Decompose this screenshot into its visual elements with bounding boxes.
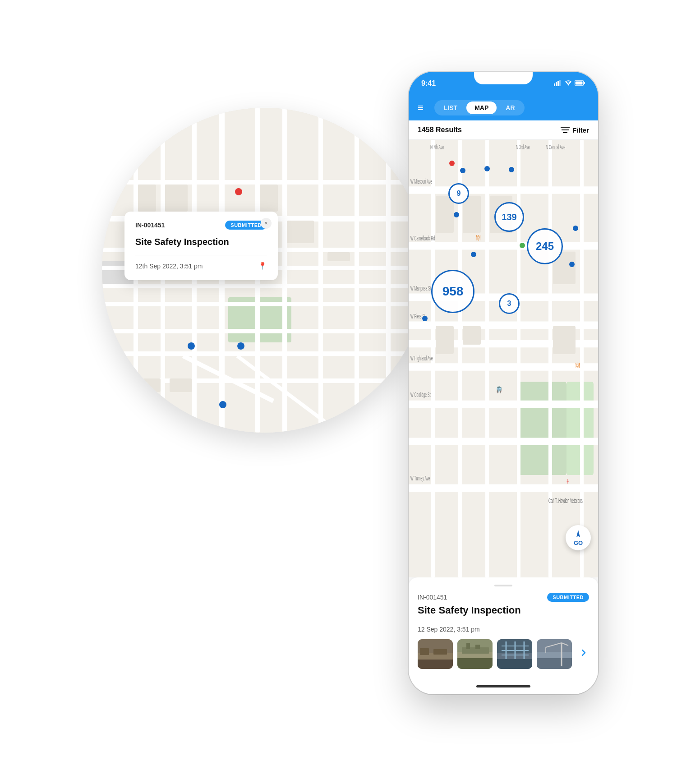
tab-map[interactable]: MAP	[466, 101, 497, 114]
phone-map-dot-7	[471, 252, 476, 257]
phone-notch	[474, 72, 533, 84]
hamburger-icon[interactable]: ≡	[418, 102, 424, 114]
map-popup: IN-001451 SUBMITTED × Site Safety Inspec…	[124, 212, 278, 280]
svg-rect-17	[282, 108, 287, 433]
wifi-icon	[565, 80, 572, 87]
map-popup-title: Site Safety Inspection	[135, 236, 267, 248]
panel-divider	[418, 621, 589, 621]
panel-image-2[interactable]	[457, 639, 493, 669]
map-dot-blue-4	[219, 401, 226, 408]
go-button[interactable]: GO	[566, 525, 591, 550]
svg-rect-3	[102, 180, 427, 185]
svg-text:🍽: 🍽	[476, 233, 480, 242]
svg-rect-51	[409, 401, 598, 408]
results-bar: 1458 Results Filter	[409, 120, 598, 140]
map-popup-close-button[interactable]: ×	[261, 218, 272, 229]
svg-rect-26	[260, 185, 278, 212]
svg-text:W Camelback Rd: W Camelback Rd	[410, 235, 435, 241]
svg-rect-56	[485, 140, 489, 577]
panel-image-4[interactable]	[537, 639, 572, 669]
svg-rect-66	[553, 326, 576, 354]
phone-map-dot-6	[569, 262, 575, 267]
svg-rect-23	[138, 185, 156, 212]
svg-rect-53	[409, 484, 598, 492]
cluster-245[interactable]: 245	[527, 228, 563, 264]
status-time: 9:41	[421, 79, 436, 88]
battery-icon	[575, 80, 585, 87]
map-popup-date-row: 12th Sep 2022, 3:51 pm 📍	[135, 262, 267, 270]
svg-rect-88	[457, 656, 493, 669]
panel-image-1[interactable]	[418, 639, 453, 669]
tab-list[interactable]: LIST	[436, 101, 465, 114]
phone-home-indicator	[409, 678, 598, 694]
phone-map-dot-green	[520, 243, 525, 248]
panel-drag-handle[interactable]	[494, 585, 512, 586]
panel-images	[418, 639, 589, 669]
svg-rect-94	[497, 658, 532, 669]
svg-rect-55	[458, 140, 462, 577]
svg-text:W Coolidge St: W Coolidge St	[410, 391, 431, 398]
svg-text:+: +	[566, 476, 569, 486]
svg-rect-24	[165, 185, 188, 212]
svg-text:N Central Ave: N Central Ave	[546, 143, 565, 150]
panel-title: Site Safety Inspection	[418, 604, 589, 616]
svg-rect-45	[409, 186, 598, 194]
svg-rect-10	[102, 351, 427, 356]
cluster-139[interactable]: 139	[494, 202, 524, 232]
svg-rect-52	[409, 438, 598, 445]
svg-rect-31	[554, 83, 555, 86]
svg-point-35	[568, 84, 569, 85]
svg-rect-91	[466, 643, 470, 649]
map-dot-red	[235, 188, 242, 195]
svg-text:Carl T. Hayden Veterans: Carl T. Hayden Veterans	[548, 497, 583, 504]
svg-text:W Missouri Ave: W Missouri Ave	[410, 178, 432, 185]
svg-text:🍽: 🍽	[576, 360, 580, 369]
scroll-more-icon[interactable]	[578, 647, 589, 661]
status-icons	[554, 80, 585, 88]
map-popup-date-text: 12th Sep 2022, 3:51 pm	[135, 263, 203, 270]
map-circle-background: IN-001451 SUBMITTED × Site Safety Inspec…	[102, 108, 427, 433]
panel-image-3[interactable]	[497, 639, 532, 669]
svg-rect-50	[409, 363, 598, 371]
svg-rect-58	[548, 140, 552, 577]
nav-tabs: LIST MAP AR	[434, 100, 525, 115]
svg-rect-37	[584, 82, 585, 84]
phone-bottom-panel: IN-001451 SUBMITTED Site Safety Inspecti…	[409, 577, 598, 678]
go-button-label: GO	[574, 540, 583, 546]
map-pin-icon: 📍	[258, 262, 267, 270]
svg-rect-30	[170, 378, 192, 392]
phone-map-dot-8	[422, 316, 428, 321]
results-count: 1458 Results	[418, 126, 462, 134]
svg-rect-33	[557, 81, 559, 86]
signal-icon	[554, 80, 562, 88]
cluster-958[interactable]: 958	[431, 270, 474, 313]
panel-badge: SUBMITTED	[547, 593, 589, 602]
svg-rect-43	[517, 382, 566, 475]
svg-rect-32	[556, 82, 557, 86]
phone-map-dot-5	[573, 226, 578, 231]
panel-id: IN-001451	[418, 594, 447, 601]
phone-nav: ≡ LIST MAP AR	[409, 95, 598, 120]
filter-button[interactable]: Filter	[561, 126, 589, 134]
panel-date: 12 Sep 2022, 3:51 pm	[418, 626, 589, 633]
svg-rect-8	[102, 302, 427, 306]
cluster-9[interactable]: 9	[448, 183, 469, 204]
panel-header: IN-001451 SUBMITTED	[418, 593, 589, 602]
map-popup-id: IN-001451	[135, 221, 165, 229]
svg-rect-18	[318, 108, 323, 433]
cluster-3[interactable]: 3	[499, 293, 520, 314]
svg-rect-92	[475, 645, 480, 649]
svg-rect-64	[436, 326, 454, 354]
phone-map-dot-red	[449, 161, 455, 166]
svg-text:W Turney Ave: W Turney Ave	[410, 475, 430, 482]
svg-rect-9	[102, 329, 427, 333]
svg-rect-104	[537, 652, 572, 658]
svg-rect-46	[409, 242, 598, 250]
home-bar	[476, 685, 530, 687]
scene: IN-001451 SUBMITTED × Site Safety Inspec…	[102, 72, 598, 703]
svg-rect-38	[576, 81, 583, 84]
svg-rect-59	[580, 140, 584, 577]
svg-rect-19	[355, 108, 359, 433]
tab-ar[interactable]: AR	[497, 101, 523, 114]
svg-rect-103	[537, 657, 572, 669]
